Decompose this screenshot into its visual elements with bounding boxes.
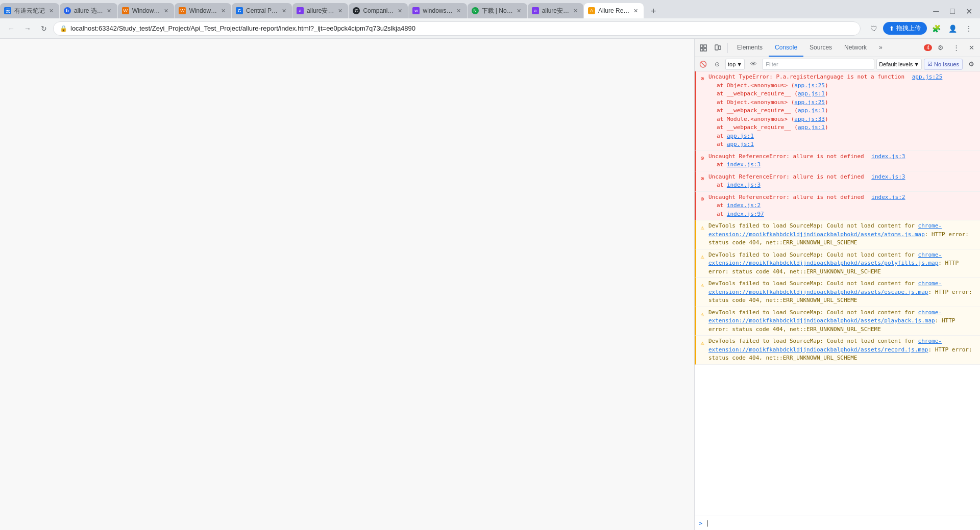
error-4-source[interactable]: index.js:2 [867, 194, 905, 200]
address-bar[interactable]: 🔒 localhost:63342/Study_test/Zeyi_Projec… [53, 21, 861, 36]
tab-title-11: Allure Re… [598, 7, 629, 14]
upload-button[interactable]: ⬆ 拖拽上传 [883, 22, 927, 35]
warning-icon-4: ⚠ [698, 309, 706, 319]
tab-youda[interactable]: 云 有道云笔记 ✕ [0, 3, 59, 18]
tab-console[interactable]: Console [769, 39, 803, 57]
error-1-sub-5: at Module.<anonymous> (app.js:33) [708, 115, 978, 124]
tab-close-1[interactable]: ✕ [47, 7, 55, 15]
svg-rect-0 [700, 45, 703, 47]
console-messages[interactable]: ⊗ Uncaught TypeError: P.a.registerLangua… [695, 71, 980, 516]
error-icon-4: ⊗ [698, 193, 706, 204]
error-4-sub-1: at index.js:2 [708, 201, 978, 210]
tab-favicon-3: W [122, 7, 129, 14]
devtools-more-button[interactable]: ⋮ [949, 41, 963, 55]
devtools-inspect-button[interactable] [697, 41, 710, 55]
tab-title-1: 有道云笔记 [14, 7, 45, 15]
console-context-arrow: ▼ [737, 61, 742, 67]
console-levels-arrow: ▼ [914, 61, 919, 67]
console-filter-toggle[interactable]: ⊙ [711, 58, 723, 70]
issues-checkbox: ☑ [927, 61, 933, 67]
minimize-button[interactable]: ─ [929, 4, 943, 18]
tab-close-11[interactable]: ✕ [631, 7, 640, 15]
console-context-select[interactable]: top ▼ [725, 59, 745, 70]
console-issues-settings[interactable]: ⚙ [965, 58, 978, 71]
tab-more[interactable]: » [873, 39, 889, 57]
tab-allure3[interactable]: a allure安… ✕ [528, 3, 583, 18]
console-warning-1: ⚠ DevTools failed to load SourceMap: Cou… [695, 220, 980, 249]
error-1-content: Uncaught TypeError: P.a.registerLanguage… [708, 73, 978, 149]
error-4-main-line: Uncaught ReferenceError: allure is not d… [708, 193, 978, 202]
menu-button[interactable]: ⋮ [962, 21, 976, 36]
error-3-content: Uncaught ReferenceError: allure is not d… [708, 173, 978, 190]
tab-download[interactable]: N 下载 | No… ✕ [468, 3, 527, 18]
tab-title-4: Window… [189, 7, 217, 14]
error-3-text: Uncaught ReferenceError: allure is not d… [708, 173, 864, 180]
tab-title-6: allure安… [307, 7, 334, 15]
tab-favicon-4: W [179, 7, 186, 14]
tab-github[interactable]: G Compani… ✕ [349, 3, 408, 18]
upload-icon: ⬆ [889, 25, 894, 32]
tab-central[interactable]: C Central P… ✕ [232, 3, 292, 18]
tab-title-8: windows… [423, 7, 452, 14]
tab-close-5[interactable]: ✕ [280, 7, 288, 15]
tab-close-10[interactable]: ✕ [571, 7, 579, 15]
console-eye-button[interactable]: 👁 [747, 58, 760, 71]
upload-label: 拖拽上传 [896, 24, 921, 33]
console-prompt: > [699, 520, 702, 527]
tab-title-7: Compani… [363, 7, 394, 14]
extension-icon-1[interactable]: 🛡 [867, 21, 881, 36]
back-button[interactable]: ← [4, 21, 18, 36]
tab-console-label: Console [775, 44, 797, 51]
warning-2-text-before: DevTools failed to load SourceMap: Could… [708, 251, 918, 258]
error-1-source[interactable]: app.js:25 [908, 73, 943, 80]
tab-close-3[interactable]: ✕ [162, 7, 170, 15]
tab-close-2[interactable]: ✕ [105, 7, 113, 15]
console-error-2: ⊗ Uncaught ReferenceError: allure is not… [695, 151, 980, 171]
tab-close-8[interactable]: ✕ [455, 7, 463, 15]
extensions-area: 🛡 ⬆ 拖拽上传 🧩 👤 ⋮ [867, 21, 976, 36]
error-3-sub-1: at index.js:3 [708, 181, 978, 190]
console-input-area[interactable]: > | [695, 516, 980, 530]
tab-title-5: Central P… [246, 7, 278, 14]
console-warning-2: ⚠ DevTools failed to load SourceMap: Cou… [695, 249, 980, 279]
profile-button[interactable]: 👤 [945, 21, 960, 36]
tab-allure1[interactable]: b allure 选… ✕ [60, 3, 117, 18]
tab-window1[interactable]: W Window… ✕ [118, 3, 175, 18]
devtools-device-button[interactable] [711, 41, 724, 55]
console-context-value: top [728, 61, 736, 67]
error-icon-2: ⊗ [698, 153, 706, 163]
new-tab-button[interactable]: + [646, 4, 660, 18]
tab-window2[interactable]: W Window… ✕ [175, 3, 231, 18]
tab-close-6[interactable]: ✕ [336, 7, 344, 15]
devtools-toolbar-right: 4 ⚙ ⋮ ✕ [923, 41, 978, 55]
error-2-text: Uncaught ReferenceError: allure is not d… [708, 153, 864, 160]
console-filter-input[interactable]: Filter [762, 59, 874, 70]
tab-network[interactable]: Network [838, 39, 873, 57]
tab-close-9[interactable]: ✕ [515, 7, 523, 15]
tab-title-2: allure 选… [74, 7, 103, 15]
close-button[interactable]: ✕ [962, 4, 976, 18]
tab-close-4[interactable]: ✕ [219, 7, 227, 15]
maximize-button[interactable]: □ [945, 4, 960, 18]
tab-allure2[interactable]: a allure安… ✕ [292, 3, 348, 18]
tab-allure-report[interactable]: A Allure Re… ✕ [584, 3, 644, 18]
warning-icon-5: ⚠ [698, 337, 706, 347]
error-3-source[interactable]: index.js:3 [867, 173, 905, 180]
tab-elements[interactable]: Elements [731, 39, 769, 57]
tab-close-7[interactable]: ✕ [396, 7, 404, 15]
console-levels-select[interactable]: Default levels ▼ [876, 59, 922, 70]
console-warning-5: ⚠ DevTools failed to load SourceMap: Cou… [695, 336, 980, 365]
console-clear-button[interactable]: 🚫 [697, 58, 709, 70]
error-4-text: Uncaught ReferenceError: allure is not d… [708, 194, 864, 200]
reload-button[interactable]: ↻ [37, 21, 51, 36]
devtools-settings-button[interactable]: ⚙ [934, 41, 947, 55]
error-2-main-line: Uncaught ReferenceError: allure is not d… [708, 153, 978, 161]
tab-favicon-10: a [532, 7, 539, 14]
svg-rect-1 [704, 45, 706, 47]
extensions-button[interactable]: 🧩 [929, 21, 943, 36]
error-2-source[interactable]: index.js:3 [867, 153, 905, 160]
tab-sources[interactable]: Sources [803, 39, 838, 57]
tab-windows[interactable]: w windows… ✕ [408, 3, 467, 18]
devtools-close-button[interactable]: ✕ [965, 41, 978, 55]
forward-button[interactable]: → [20, 21, 35, 36]
